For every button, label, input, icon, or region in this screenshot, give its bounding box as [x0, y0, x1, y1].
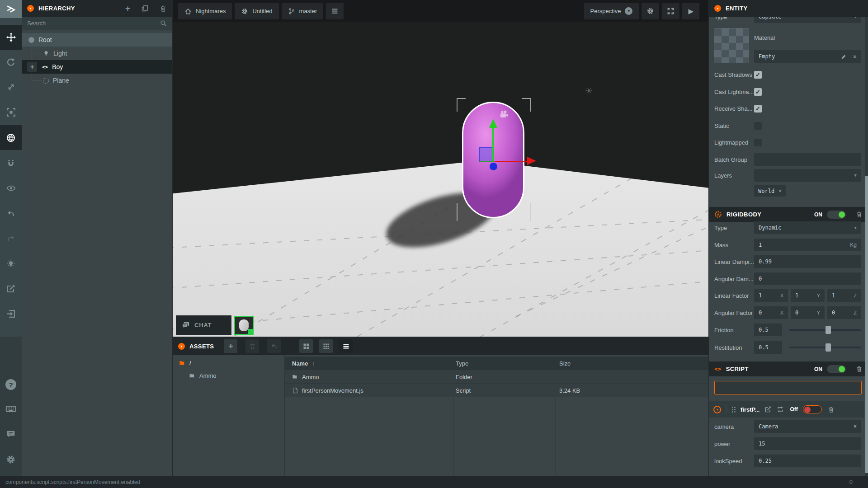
- gizmo-y-axis[interactable]: [492, 127, 494, 161]
- clear-camera-button[interactable]: ×: [854, 423, 857, 430]
- remove-script-button[interactable]: [828, 406, 835, 413]
- parse-script-button[interactable]: [777, 406, 784, 413]
- material-slot-field[interactable]: Empty ×: [754, 50, 861, 63]
- chat-button[interactable]: CHAT: [176, 315, 231, 335]
- folder-tree-root[interactable]: /: [173, 357, 284, 369]
- editor-settings-button[interactable]: [0, 449, 22, 470]
- column-header-name[interactable]: Name ↑: [292, 357, 315, 370]
- hierarchy-item-light[interactable]: Light: [22, 47, 172, 60]
- bake-lightmaps-button[interactable]: [0, 251, 22, 276]
- launch-button[interactable]: [0, 301, 22, 326]
- edit-material-button[interactable]: [841, 54, 847, 60]
- angular-factor-z-field[interactable]: 0Z: [827, 306, 861, 319]
- scene-settings-button[interactable]: Untitled: [235, 3, 278, 19]
- expand-children-button[interactable]: +: [27, 62, 37, 72]
- branch-button[interactable]: master: [282, 3, 324, 19]
- add-asset-button[interactable]: +: [224, 339, 237, 353]
- duplicate-entity-button[interactable]: [141, 5, 149, 12]
- snap-tool-button[interactable]: [0, 150, 22, 175]
- restitution-slider-thumb[interactable]: [826, 343, 831, 352]
- angular-factor-x-field[interactable]: 0X: [754, 306, 788, 319]
- viewport-canvas[interactable]: CHAT: [173, 22, 708, 337]
- visibility-tool-button[interactable]: [0, 176, 22, 201]
- delete-entity-button[interactable]: [160, 5, 167, 12]
- delete-rigidbody-button[interactable]: [856, 211, 863, 218]
- redo-button[interactable]: [0, 226, 22, 251]
- scene-list-button[interactable]: [326, 3, 344, 19]
- expand-script-icon[interactable]: ▼: [713, 406, 721, 413]
- gizmo-x-axis[interactable]: [495, 161, 527, 162]
- lightmapped-checkbox[interactable]: ✓: [754, 139, 762, 146]
- asset-row-ammo[interactable]: Ammo Folder: [285, 370, 708, 384]
- material-thumbnail[interactable]: [714, 28, 749, 63]
- folder-tree-item-ammo[interactable]: Ammo: [173, 369, 284, 382]
- clear-material-button[interactable]: ×: [853, 53, 857, 60]
- layers-dropdown[interactable]: ▼: [754, 169, 861, 182]
- gizmo-x-arrowhead[interactable]: [527, 157, 536, 165]
- script-header[interactable]: <> SCRIPT ON: [709, 361, 868, 376]
- render-type-dropdown[interactable]: Capsule ▼: [754, 17, 861, 23]
- restitution-slider[interactable]: [789, 343, 861, 352]
- camera-mode-dropdown[interactable]: Perspective ▼: [584, 3, 639, 19]
- restitution-field[interactable]: 0.5: [754, 341, 782, 354]
- linear-factor-y-field[interactable]: 1Y: [791, 289, 825, 302]
- user-presence-avatar[interactable]: [234, 316, 254, 335]
- hierarchy-item-root[interactable]: Root: [22, 33, 172, 47]
- angular-factor-y-field[interactable]: 0Y: [791, 306, 825, 319]
- drag-handle-icon[interactable]: [731, 406, 736, 413]
- rotate-tool-button[interactable]: [0, 50, 22, 75]
- linear-factor-z-field[interactable]: 1Z: [827, 289, 861, 302]
- collapse-panel-icon[interactable]: ▼: [714, 5, 721, 12]
- rigidbody-type-dropdown[interactable]: Dynamic ▼: [754, 221, 861, 234]
- edit-script-button[interactable]: [764, 406, 772, 413]
- mass-field[interactable]: 1 Kg: [754, 239, 861, 251]
- frame-selection-button[interactable]: [0, 100, 22, 125]
- rigidbody-header[interactable]: RIGIDBODY ON: [709, 207, 868, 222]
- translate-tool-button[interactable]: [0, 25, 22, 50]
- light-gizmo-icon[interactable]: [585, 87, 593, 94]
- shortcuts-button[interactable]: [0, 399, 22, 419]
- scale-tool-button[interactable]: [0, 75, 22, 99]
- collapse-panel-icon[interactable]: ▼: [178, 343, 185, 350]
- friction-field[interactable]: 0.5: [754, 324, 782, 336]
- receive-shadows-checkbox[interactable]: ✓: [754, 105, 762, 113]
- friction-slider-thumb[interactable]: [826, 326, 831, 334]
- delete-script-component-button[interactable]: [856, 366, 863, 372]
- entity-scrollbar-thumb[interactable]: [865, 176, 868, 473]
- power-attr-field[interactable]: 15: [754, 437, 861, 450]
- delete-asset-button[interactable]: [245, 339, 259, 353]
- feedback-button[interactable]: [0, 424, 22, 445]
- script-item-firstpersonmovement[interactable]: ▼ firstP... Off: [709, 401, 864, 418]
- linear-factor-x-field[interactable]: 1X: [754, 289, 788, 302]
- help-button[interactable]: ?: [0, 374, 22, 395]
- asset-row-firstpersonmovement[interactable]: firstPersonMovement.js Script 3.24 KB: [285, 384, 708, 397]
- large-grid-view-button[interactable]: [299, 339, 313, 353]
- world-space-toggle-button[interactable]: [0, 125, 22, 150]
- add-script-input[interactable]: [714, 381, 862, 394]
- hierarchy-search[interactable]: [22, 17, 172, 30]
- list-view-button[interactable]: [339, 339, 353, 353]
- cast-lightmaps-checkbox[interactable]: ✓: [754, 88, 762, 96]
- script-enabled-toggle[interactable]: [803, 405, 822, 413]
- collapse-panel-icon[interactable]: ▼: [27, 5, 34, 12]
- column-header-size[interactable]: Size: [559, 357, 571, 370]
- batch-group-field[interactable]: [754, 153, 861, 166]
- project-button[interactable]: Nightmares: [178, 3, 232, 19]
- rigidbody-toggle[interactable]: [827, 211, 846, 219]
- linear-damping-field[interactable]: 0.99: [754, 255, 861, 268]
- static-checkbox[interactable]: ✓: [754, 122, 762, 130]
- camera-attr-field[interactable]: Camera ×: [754, 420, 861, 433]
- friction-slider[interactable]: [789, 326, 861, 334]
- fullscreen-button[interactable]: [662, 3, 679, 19]
- gizmo-z-handle[interactable]: [490, 163, 497, 170]
- gizmo-y-arrowhead[interactable]: [489, 119, 497, 128]
- playcanvas-logo[interactable]: [0, 0, 22, 18]
- code-editor-button[interactable]: [0, 276, 22, 301]
- hierarchy-search-input[interactable]: [27, 20, 160, 27]
- duplicate-asset-button[interactable]: [267, 339, 281, 353]
- add-entity-button[interactable]: +: [125, 4, 130, 14]
- cast-shadows-checkbox[interactable]: ✓: [754, 71, 762, 79]
- viewport-settings-button[interactable]: [642, 3, 659, 19]
- hierarchy-item-boy[interactable]: + <> Boy: [22, 60, 172, 74]
- angular-damping-field[interactable]: 0: [754, 272, 861, 285]
